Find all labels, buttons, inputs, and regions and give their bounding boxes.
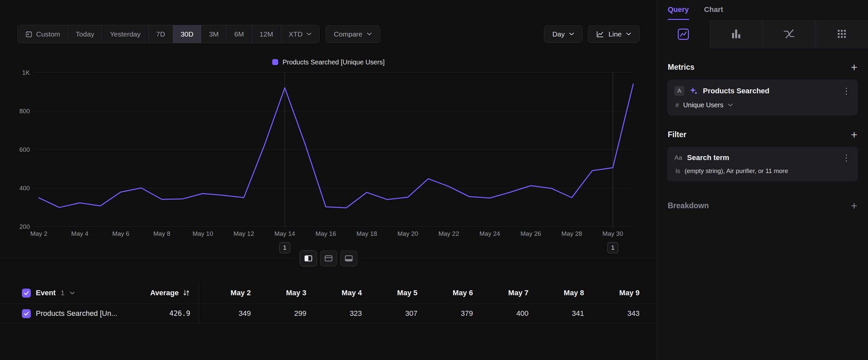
range-12m-button[interactable]: 12M [252, 25, 281, 43]
compare-button[interactable]: Compare [326, 25, 380, 43]
date-column-header: May 7 [477, 288, 533, 297]
range-7d-button[interactable]: 7D [149, 25, 173, 43]
metric-aggregation-row[interactable]: # Unique Users [674, 101, 851, 109]
y-tick-label: 600 [19, 146, 30, 153]
line-chart-icon [596, 30, 604, 38]
range-label: 3M [209, 30, 218, 38]
chevron-down-icon [306, 32, 312, 35]
table-header-row: Event 1 Average May 2May 3May 4May 5May … [0, 282, 657, 304]
select-all-checkbox[interactable] [22, 288, 31, 298]
x-tick-label: May 16 [315, 230, 336, 237]
range-today-button[interactable]: Today [68, 25, 102, 43]
compare-label: Compare [334, 30, 362, 38]
row-name: Products Searched [Un... [36, 309, 117, 318]
calendar-icon [25, 31, 32, 38]
x-tick-label: May 24 [479, 230, 500, 237]
chevron-down-icon [367, 32, 372, 35]
sidebar-tabs: QueryChart [657, 0, 868, 20]
layout-split-top-button[interactable] [320, 250, 337, 266]
metric-name: Products Searched [703, 87, 770, 95]
filter-type-badge: Aa [674, 154, 682, 161]
range-custom-button[interactable]: Custom [18, 25, 68, 43]
metric-menu-button[interactable]: ⋮ [842, 87, 851, 95]
range-xtd-button[interactable]: XTD [281, 25, 319, 43]
cell-value: 323 [310, 309, 366, 318]
filter-menu-button[interactable]: ⋮ [842, 154, 851, 162]
chart-type-tabs [657, 20, 868, 48]
add-metric-button[interactable]: + [851, 61, 858, 73]
range-label: 6M [235, 30, 244, 38]
average-value: 426.9 [169, 309, 190, 317]
range-label: XTD [289, 30, 303, 38]
range-3m-button[interactable]: 3M [201, 25, 226, 43]
tab-flows-chart[interactable] [763, 20, 815, 48]
toolbar: CustomTodayYesterday7D30D3M6M12MXTD Comp… [17, 25, 640, 43]
sparkle-icon [689, 87, 698, 95]
add-breakdown-button[interactable]: + [851, 200, 858, 211]
event-header-cell: Event 1 [22, 288, 133, 298]
svg-text:1: 1 [611, 244, 615, 251]
layout-split-bottom-button[interactable] [340, 250, 358, 266]
y-tick-label: 800 [19, 108, 30, 115]
aggregation-prefix: # [675, 102, 679, 109]
chevron-down-icon [728, 104, 733, 107]
tab-insights-chart[interactable] [657, 20, 710, 48]
x-tick-label: May 18 [356, 230, 377, 237]
range-label: Custom [36, 30, 60, 38]
table-row[interactable]: Products Searched [Un... 426.9 349299323… [0, 304, 657, 324]
query-sidebar: QueryChart [657, 0, 868, 360]
average-header-label: Average [150, 288, 179, 297]
filter-condition-row[interactable]: Is (empty string), Air purifier, or 11 m… [674, 167, 851, 175]
chevron-down-icon[interactable] [70, 292, 75, 295]
average-header-cell[interactable]: Average [133, 288, 199, 297]
tab-more-charts[interactable] [815, 20, 868, 48]
breakdown-title: Breakdown [668, 201, 709, 210]
tab-bar-chart[interactable] [710, 20, 762, 48]
x-tick-label: May 14 [275, 230, 296, 237]
metric-card-row: A Products Searched ⋮ [674, 86, 851, 96]
chevron-down-icon [569, 32, 574, 35]
range-yesterday-button[interactable]: Yesterday [102, 25, 149, 43]
legend-label: Products Searched [Unique Users] [282, 58, 384, 66]
sort-icon[interactable] [182, 289, 190, 297]
x-tick-label: May 20 [398, 230, 418, 237]
row-average-cell: 426.9 [133, 309, 199, 317]
metrics-title: Metrics [668, 63, 694, 72]
line-chart[interactable]: 1K80060040020011May 2May 4May 6May 8May … [0, 67, 656, 258]
x-tick-label: May 4 [71, 230, 89, 237]
event-header-label: Event [36, 288, 56, 297]
analytics-app: CustomTodayYesterday7D30D3M6M12MXTD Comp… [0, 0, 868, 360]
cell-value: 343 [588, 309, 644, 318]
annotation-marker[interactable]: 1 [279, 243, 290, 253]
tab-query[interactable]: Query [668, 0, 689, 20]
range-6m-button[interactable]: 6M [227, 25, 252, 43]
layout-split-bottom-icon [344, 253, 354, 264]
filter-operator: Is [675, 167, 680, 175]
chart-type-button[interactable]: Line [588, 25, 640, 43]
cell-value: 299 [255, 309, 311, 318]
flows-chart-icon [782, 27, 796, 40]
filter-section-header: Filter + [657, 129, 868, 140]
breakdown-section-header: Breakdown + [657, 200, 868, 211]
filter-card[interactable]: Aa Search term ⋮ Is (empty string), Air … [667, 147, 858, 181]
add-filter-button[interactable]: + [851, 129, 858, 140]
cell-value: 341 [532, 309, 588, 318]
x-tick-label: May 8 [153, 230, 170, 237]
cell-value: 349 [199, 309, 255, 318]
granularity-button[interactable]: Day [544, 25, 583, 43]
range-label: 12M [259, 30, 273, 38]
x-tick-label: May 22 [438, 230, 459, 237]
row-checkbox[interactable] [22, 309, 31, 318]
tab-chart[interactable]: Chart [704, 0, 723, 20]
insights-chart-icon [677, 28, 690, 41]
layout-split-left-button[interactable] [300, 250, 317, 266]
layout-split-top-icon [323, 253, 334, 264]
range-30d-button[interactable]: 30D [173, 25, 202, 43]
annotation-marker[interactable]: 1 [608, 243, 618, 253]
chart-type-label: Line [609, 30, 622, 38]
series-line[interactable] [39, 84, 633, 208]
main-panel: CustomTodayYesterday7D30D3M6M12MXTD Comp… [0, 0, 657, 360]
metric-card[interactable]: A Products Searched ⋮ # Unique Users [667, 79, 858, 116]
filter-name: Search term [687, 154, 729, 162]
filter-card-row: Aa Search term ⋮ [674, 154, 851, 162]
